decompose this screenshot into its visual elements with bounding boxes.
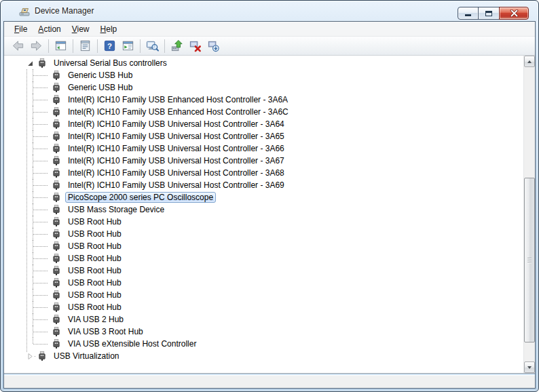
svg-text:?: ? — [107, 42, 112, 50]
tree-connector-line — [33, 149, 48, 149]
menu-file[interactable]: File — [9, 22, 33, 36]
toolbar-separator — [97, 39, 98, 53]
tree-item-intel-r-ich10-family-usb-universal-host-controller-3a68[interactable]: Intel(R) ICH10 Family USB Universal Host… — [4, 167, 523, 179]
tree-item-label: USB Mass Storage Device — [65, 204, 167, 215]
title-bar[interactable]: Device Manager — [1, 1, 538, 21]
tree-item-label: USB Root Hub — [65, 265, 124, 276]
close-icon — [510, 9, 519, 17]
tree-item-label: USB Root Hub — [65, 302, 124, 313]
close-button[interactable] — [499, 7, 529, 20]
tree-item-universal-serial-bus-controllers[interactable]: Universal Serial Bus controllers — [4, 57, 523, 69]
tree-item-intel-r-ich10-family-usb-enhanced-host-controller-3a6a[interactable]: Intel(R) ICH10 Family USB Enhanced Host … — [4, 94, 523, 106]
usb-device-icon — [52, 217, 61, 227]
usb-device-icon — [52, 290, 61, 300]
tree-item-label: VIA USB eXtensible Host Controller — [65, 338, 199, 349]
maximize-button[interactable] — [478, 7, 500, 20]
collapse-expander-icon[interactable] — [26, 60, 34, 67]
window-title: Device Manager — [35, 6, 94, 16]
caption-buttons — [458, 7, 529, 20]
tree-item-via-usb-extensible-host-controller[interactable]: VIA USB eXtensible Host Controller — [4, 338, 523, 350]
tree-item-intel-r-ich10-family-usb-universal-host-controller-3a66[interactable]: Intel(R) ICH10 Family USB Universal Host… — [4, 142, 523, 155]
tree-item-usb-mass-storage-device[interactable]: USB Mass Storage Device — [4, 203, 523, 216]
tree-connector-line — [33, 112, 48, 113]
help-icon: ? — [103, 39, 116, 52]
tree-item-label: Universal Serial Bus controllers — [51, 58, 170, 68]
tree-connector-line — [33, 222, 48, 222]
show-hide-action-pane-button[interactable] — [119, 38, 136, 54]
tree-item-via-usb-2-hub[interactable]: VIA USB 2 Hub — [4, 313, 523, 326]
menu-action[interactable]: Action — [33, 22, 66, 36]
scrollbar-thumb[interactable] — [524, 178, 535, 342]
tree-item-label: USB Root Hub — [65, 216, 124, 227]
scan-for-hardware-changes-button[interactable] — [144, 38, 161, 54]
device-manager-icon[interactable] — [19, 6, 30, 17]
usb-device-icon — [52, 241, 61, 251]
usb-device-icon — [52, 315, 61, 324]
tree-item-label: USB Root Hub — [65, 277, 124, 288]
tree-item-label: USB Root Hub — [65, 229, 124, 239]
tree-connector-line — [33, 307, 48, 308]
menu-bar: FileActionViewHelp — [4, 22, 535, 37]
usb-device-icon — [52, 193, 61, 202]
tree-item-usb-root-hub[interactable]: USB Root Hub — [4, 228, 523, 240]
tree-item-intel-r-ich10-family-usb-universal-host-controller-3a67[interactable]: Intel(R) ICH10 Family USB Universal Host… — [4, 155, 523, 167]
toolbar-separator — [73, 39, 73, 53]
tree-item-intel-r-ich10-family-usb-universal-host-controller-3a65[interactable]: Intel(R) ICH10 Family USB Universal Host… — [4, 130, 523, 142]
tree-connector-line — [33, 295, 48, 296]
menu-help[interactable]: Help — [95, 22, 123, 36]
client-area: FileActionViewHelp ? Universal Serial Bu… — [3, 21, 536, 389]
tree-item-label: VIA USB 3 Root Hub — [65, 326, 146, 337]
tree-item-intel-r-ich10-family-usb-universal-host-controller-3a64[interactable]: Intel(R) ICH10 Family USB Universal Host… — [4, 118, 523, 130]
tree-item-label: USB Virtualization — [51, 351, 122, 361]
minimize-button[interactable] — [458, 7, 479, 20]
disable-device-button[interactable] — [205, 38, 222, 54]
tree-item-generic-usb-hub[interactable]: Generic USB Hub — [4, 69, 523, 81]
show-hide-console-tree-button[interactable] — [52, 38, 69, 54]
usb-device-icon — [52, 254, 61, 263]
usb-device-icon — [52, 229, 61, 239]
tree-item-label: Intel(R) ICH10 Family USB Universal Host… — [65, 168, 287, 178]
tree-item-intel-r-ich10-family-usb-universal-host-controller-3a69[interactable]: Intel(R) ICH10 Family USB Universal Host… — [4, 179, 523, 191]
tree-item-picoscope-2000-series-pc-oscilloscope[interactable]: PicoScope 2000 series PC Oscilloscope — [4, 191, 523, 203]
scrollbar-up-button[interactable] — [524, 56, 535, 67]
tree-item-usb-root-hub[interactable]: USB Root Hub — [4, 240, 523, 252]
tree-item-generic-usb-hub[interactable]: Generic USB Hub — [4, 81, 523, 94]
scrollbar-down-button[interactable] — [524, 361, 535, 373]
tree-item-intel-r-ich10-family-usb-enhanced-host-controller-3a6c[interactable]: Intel(R) ICH10 Family USB Enhanced Host … — [4, 106, 523, 118]
tree-item-label: Intel(R) ICH10 Family USB Universal Host… — [65, 180, 287, 191]
tree-item-label: VIA USB 2 Hub — [65, 314, 126, 325]
back-button[interactable] — [10, 38, 26, 54]
expand-expander-icon[interactable] — [26, 353, 34, 360]
status-bar — [4, 374, 535, 388]
tree-connector-line — [33, 319, 48, 320]
tree-item-label: PicoScope 2000 series PC Oscilloscope — [65, 192, 216, 203]
menu-view[interactable]: View — [67, 22, 95, 36]
tree-item-usb-root-hub[interactable]: USB Root Hub — [4, 216, 523, 228]
tree-item-usb-root-hub[interactable]: USB Root Hub — [4, 301, 523, 313]
tree-item-usb-virtualization[interactable]: USB Virtualization — [4, 350, 523, 362]
forward-button[interactable] — [28, 38, 45, 54]
help-button[interactable]: ? — [101, 38, 118, 54]
disable-device-icon — [207, 39, 220, 52]
properties-button[interactable] — [77, 38, 94, 54]
tree-connector-line — [33, 246, 48, 247]
usb-device-icon — [37, 351, 47, 361]
tree-connector-line — [33, 161, 48, 161]
tree-connector-line — [33, 332, 48, 332]
vertical-scrollbar[interactable] — [523, 56, 535, 373]
uninstall-device-button[interactable] — [187, 38, 204, 54]
scroll-up-icon — [527, 60, 532, 63]
tree-item-usb-root-hub[interactable]: USB Root Hub — [4, 289, 523, 301]
update-driver-button[interactable] — [168, 38, 185, 54]
forward-icon — [30, 39, 43, 52]
tree-item-usb-root-hub[interactable]: USB Root Hub — [4, 277, 523, 289]
tree-item-usb-root-hub[interactable]: USB Root Hub — [4, 252, 523, 264]
tree-item-label: USB Root Hub — [65, 253, 124, 264]
tree-item-usb-root-hub[interactable]: USB Root Hub — [4, 264, 523, 277]
tree-item-label: Intel(R) ICH10 Family USB Universal Host… — [65, 155, 287, 166]
tree-item-via-usb-3-root-hub[interactable]: VIA USB 3 Root Hub — [4, 326, 523, 338]
tree-connector-line — [33, 271, 48, 271]
minimize-icon — [465, 14, 471, 16]
usb-device-icon — [52, 327, 61, 336]
usb-device-icon — [52, 119, 61, 129]
